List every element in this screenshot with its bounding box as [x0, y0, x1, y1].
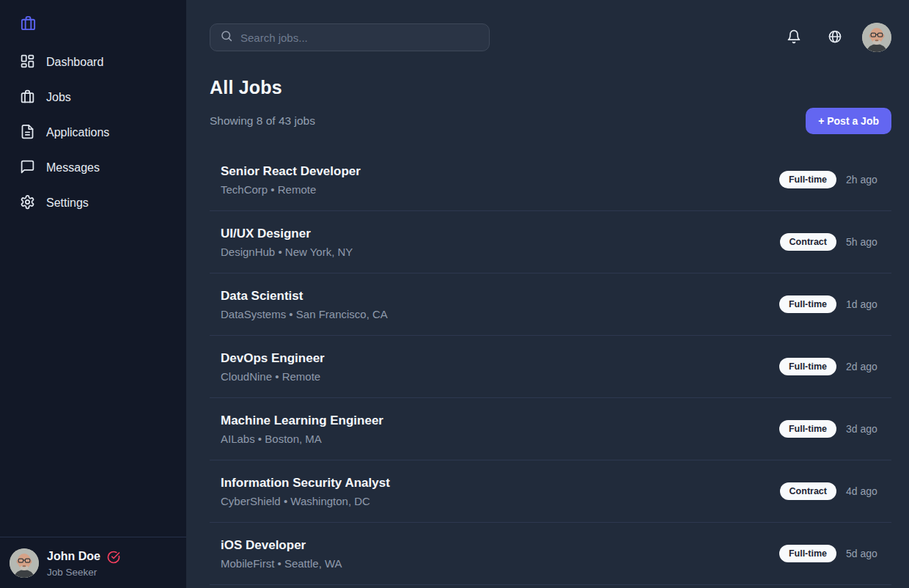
job-row-right: Full-time 3d ago [779, 420, 881, 438]
job-row[interactable]: UI/UX Designer DesignHub • New York, NY … [210, 211, 891, 273]
sidebar-item-applications[interactable]: Applications [0, 115, 186, 150]
search-box [210, 23, 490, 51]
job-company-location: MobileFirst • Seattle, WA [221, 557, 342, 570]
job-info: Information Security Analyst CyberShield… [221, 476, 390, 507]
job-row[interactable]: Senior React Developer TechCorp • Remote… [210, 149, 891, 211]
list-header: Showing 8 of 43 jobs + Post a Job [210, 108, 891, 134]
user-name: John Doe [47, 550, 100, 563]
job-posted-time: 2h ago [846, 174, 881, 185]
job-row[interactable]: iOS Developer MobileFirst • Seattle, WA … [210, 523, 891, 585]
sidebar-item-label: Messages [46, 161, 100, 174]
job-company-location: DesignHub • New York, NY [221, 246, 353, 258]
job-type-badge: Contract [780, 233, 836, 251]
globe-icon [828, 29, 842, 46]
job-title: iOS Developer [221, 538, 342, 553]
job-row[interactable]: Machine Learning Engineer AILabs • Bosto… [210, 398, 891, 460]
job-posted-time: 5d ago [846, 548, 881, 559]
job-info: Data Scientist DataSystems • San Francis… [221, 289, 388, 320]
sidebar-nav: Dashboard Jobs Applications [0, 45, 186, 221]
job-company-location: TechCorp • Remote [221, 183, 361, 196]
job-row[interactable]: Data Scientist DataSystems • San Francis… [210, 273, 891, 336]
job-row-right: Contract 4d ago [780, 482, 881, 500]
job-row-right: Full-time 2d ago [779, 358, 881, 375]
search-input[interactable] [240, 32, 479, 44]
topbar-actions [787, 23, 891, 52]
job-title: UI/UX Designer [221, 227, 353, 241]
sidebar-item-dashboard[interactable]: Dashboard [0, 45, 186, 80]
job-posted-time: 4d ago [846, 485, 881, 497]
user-role: Job Seeker [47, 567, 120, 578]
job-company-location: DataSystems • San Francisco, CA [221, 308, 388, 320]
job-info: UI/UX Designer DesignHub • New York, NY [221, 227, 353, 258]
sidebar-item-messages[interactable]: Messages [0, 150, 186, 185]
main-content: All Jobs Showing 8 of 43 jobs + Post a J… [186, 0, 909, 588]
job-info: iOS Developer MobileFirst • Seattle, WA [221, 538, 342, 570]
bell-icon [787, 29, 801, 46]
sidebar-item-label: Settings [46, 196, 89, 210]
job-type-badge: Full-time [779, 295, 836, 313]
topbar [210, 23, 891, 52]
job-title: Senior React Developer [221, 164, 361, 179]
post-job-button[interactable]: + Post a Job [806, 108, 891, 134]
job-info: Machine Learning Engineer AILabs • Bosto… [221, 414, 383, 445]
sidebar-item-label: Dashboard [46, 56, 103, 69]
job-type-badge: Full-time [779, 545, 836, 562]
app-logo[interactable] [0, 13, 186, 45]
job-title: Information Security Analyst [221, 476, 390, 490]
job-posted-time: 1d ago [846, 298, 881, 310]
gear-icon [20, 194, 35, 213]
dashboard-icon [20, 54, 35, 72]
briefcase-icon [20, 89, 35, 107]
job-title: Data Scientist [221, 289, 388, 304]
job-info: DevOps Engineer CloudNine • Remote [221, 351, 325, 383]
notifications-button[interactable] [787, 29, 801, 46]
profile-avatar[interactable] [862, 23, 891, 52]
job-company-location: CyberShield • Washington, DC [221, 495, 390, 507]
job-title: Machine Learning Engineer [221, 414, 383, 428]
verified-check-icon [107, 548, 120, 565]
briefcase-logo-icon [20, 21, 37, 34]
job-type-badge: Contract [780, 482, 836, 500]
page-title: All Jobs [210, 77, 891, 98]
sidebar-footer: John Doe Job Seeker [0, 537, 186, 588]
job-list: Senior React Developer TechCorp • Remote… [210, 149, 891, 585]
job-row[interactable]: DevOps Engineer CloudNine • Remote Full-… [210, 336, 891, 398]
sidebar-item-jobs[interactable]: Jobs [0, 80, 186, 115]
job-row-right: Contract 5h ago [780, 233, 881, 251]
document-icon [20, 124, 35, 142]
job-posted-time: 2d ago [846, 361, 881, 372]
sidebar-item-label: Jobs [46, 91, 71, 104]
job-posted-time: 3d ago [846, 423, 881, 435]
avatar [10, 548, 39, 578]
user-card[interactable]: John Doe Job Seeker [10, 548, 177, 578]
language-button[interactable] [828, 29, 842, 46]
job-row-right: Full-time 5d ago [779, 545, 881, 562]
job-title: DevOps Engineer [221, 351, 325, 366]
job-company-location: CloudNine • Remote [221, 370, 325, 383]
job-type-badge: Full-time [779, 171, 836, 188]
job-row-right: Full-time 2h ago [779, 171, 881, 188]
job-company-location: AILabs • Boston, MA [221, 433, 383, 445]
job-type-badge: Full-time [779, 420, 836, 438]
job-row-right: Full-time 1d ago [779, 295, 881, 313]
job-info: Senior React Developer TechCorp • Remote [221, 164, 361, 196]
job-posted-time: 5h ago [846, 236, 881, 248]
sidebar-item-label: Applications [46, 126, 109, 139]
job-row[interactable]: Information Security Analyst CyberShield… [210, 460, 891, 523]
sidebar: Dashboard Jobs Applications [0, 0, 186, 588]
search-icon [220, 29, 233, 45]
results-count: Showing 8 of 43 jobs [210, 114, 315, 128]
sidebar-item-settings[interactable]: Settings [0, 185, 186, 221]
chat-icon [20, 159, 35, 177]
job-type-badge: Full-time [779, 358, 836, 375]
